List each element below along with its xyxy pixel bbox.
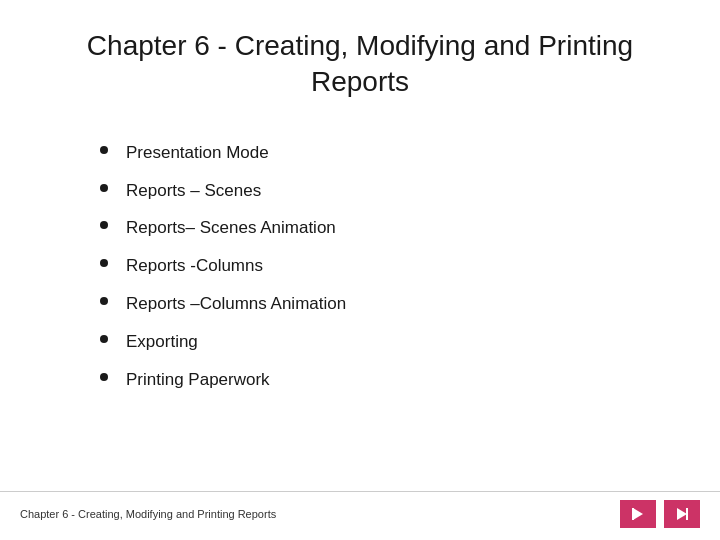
bullet-text: Exporting <box>126 330 198 354</box>
footer: Chapter 6 - Creating, Modifying and Prin… <box>0 491 720 540</box>
nav-buttons <box>620 500 700 528</box>
bullet-dot-icon <box>100 221 108 229</box>
footer-label: Chapter 6 - Creating, Modifying and Prin… <box>20 508 276 520</box>
bullet-text: Printing Paperwork <box>126 368 270 392</box>
slide: Chapter 6 - Creating, Modifying and Prin… <box>0 0 720 540</box>
slide-title: Chapter 6 - Creating, Modifying and Prin… <box>60 28 660 101</box>
list-item: Reports –Columns Animation <box>100 292 640 316</box>
next-button[interactable] <box>664 500 700 528</box>
bullet-text: Reports -Columns <box>126 254 263 278</box>
bullet-dot-icon <box>100 335 108 343</box>
svg-rect-3 <box>686 508 688 520</box>
bullet-list: Presentation ModeReports – ScenesReports… <box>100 141 640 392</box>
list-item: Reports– Scenes Animation <box>100 216 640 240</box>
bullet-dot-icon <box>100 146 108 154</box>
title-area: Chapter 6 - Creating, Modifying and Prin… <box>0 0 720 121</box>
content-area: Presentation ModeReports – ScenesReports… <box>0 121 720 540</box>
svg-marker-2 <box>677 508 687 520</box>
bullet-dot-icon <box>100 373 108 381</box>
list-item: Printing Paperwork <box>100 368 640 392</box>
svg-rect-1 <box>632 508 634 520</box>
list-item: Presentation Mode <box>100 141 640 165</box>
list-item: Exporting <box>100 330 640 354</box>
bullet-text: Reports – Scenes <box>126 179 261 203</box>
bullet-dot-icon <box>100 297 108 305</box>
bullet-text: Presentation Mode <box>126 141 269 165</box>
svg-marker-0 <box>633 508 643 520</box>
prev-button[interactable] <box>620 500 656 528</box>
bullet-text: Reports– Scenes Animation <box>126 216 336 240</box>
bullet-text: Reports –Columns Animation <box>126 292 346 316</box>
list-item: Reports – Scenes <box>100 179 640 203</box>
list-item: Reports -Columns <box>100 254 640 278</box>
bullet-dot-icon <box>100 184 108 192</box>
bullet-dot-icon <box>100 259 108 267</box>
